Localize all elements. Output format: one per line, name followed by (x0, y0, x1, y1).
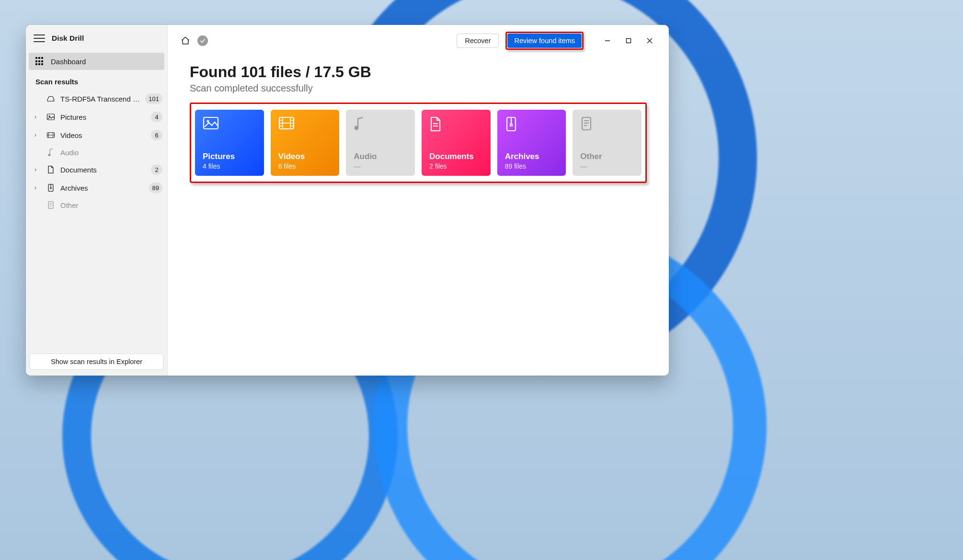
category-count: 2 files (429, 162, 483, 170)
sidebar-item-label: Audio (60, 149, 162, 157)
category-card-videos[interactable]: Videos 6 files (271, 110, 340, 176)
file-icon (580, 116, 634, 133)
sidebar-item-videos[interactable]: › Videos 6 (26, 126, 167, 144)
main-content: Found 101 files / 17.5 GB Scan completed… (168, 55, 669, 183)
close-button[interactable] (639, 34, 660, 48)
scan-complete-icon[interactable] (197, 35, 208, 46)
category-card-audio[interactable]: Audio — (346, 110, 415, 176)
chevron-right-icon: › (34, 132, 41, 138)
category-count: — (354, 162, 407, 170)
music-note-icon (354, 116, 407, 133)
menu-icon[interactable] (34, 33, 45, 44)
sidebar-item-label: Documents (60, 166, 146, 174)
categories-highlight: Pictures 4 files Videos 6 files (190, 103, 647, 183)
category-card-archives[interactable]: Archives 89 files (497, 110, 566, 176)
sidebar-item-archives[interactable]: › Archives 89 (26, 179, 167, 197)
app-window: Disk Drill Dashboard Scan results › TS-R… (26, 25, 669, 376)
sidebar: Disk Drill Dashboard Scan results › TS-R… (26, 25, 168, 376)
file-icon (46, 201, 56, 209)
svg-point-4 (48, 154, 50, 156)
svg-point-12 (355, 126, 359, 130)
svg-point-0 (53, 100, 54, 101)
dashboard-icon (35, 57, 44, 66)
category-card-documents[interactable]: Documents 2 files (422, 110, 491, 176)
review-button-highlight: Review found items (505, 32, 584, 50)
document-icon (429, 116, 483, 133)
page-subtitle: Scan completed successfully (190, 83, 647, 94)
drive-icon (46, 95, 56, 102)
sidebar-item-label: Pictures (60, 113, 146, 121)
app-title: Disk Drill (52, 34, 84, 43)
count-badge: 4 (151, 112, 162, 122)
category-title: Videos (278, 152, 332, 161)
category-title: Other (580, 152, 634, 161)
video-icon (46, 132, 56, 138)
chevron-right-icon: › (34, 184, 41, 191)
sidebar-item-pictures[interactable]: › Pictures 4 (26, 108, 167, 126)
review-found-items-button[interactable]: Review found items (507, 34, 582, 48)
count-badge: 2 (151, 164, 162, 175)
chevron-right-icon: › (34, 114, 41, 120)
category-card-other[interactable]: Other — (573, 110, 642, 176)
category-title: Archives (505, 152, 559, 161)
count-badge: 101 (145, 93, 162, 104)
page-title: Found 101 files / 17.5 GB (190, 63, 647, 81)
video-icon (278, 116, 332, 133)
archive-icon (46, 183, 56, 192)
image-icon (46, 113, 56, 121)
archive-icon (505, 116, 559, 133)
sidebar-item-label: Videos (60, 131, 146, 139)
count-badge: 6 (151, 130, 162, 140)
sidebar-header: Disk Drill (26, 25, 167, 50)
category-cards: Pictures 4 files Videos 6 files (195, 110, 642, 176)
sidebar-item-dashboard[interactable]: Dashboard (29, 53, 164, 70)
category-count: 4 files (203, 162, 256, 170)
sidebar-item-audio[interactable]: › Audio (26, 144, 167, 160)
sidebar-item-label: Other (60, 201, 162, 209)
count-badge: 89 (149, 183, 162, 193)
music-note-icon (46, 148, 56, 157)
window-controls (597, 34, 660, 48)
sidebar-footer: Show scan results in Explorer (26, 349, 167, 376)
document-icon (46, 165, 56, 174)
show-in-explorer-button[interactable]: Show scan results in Explorer (30, 354, 163, 370)
svg-rect-6 (50, 188, 51, 189)
main-panel: Recover Review found items Found 101 fil… (168, 25, 669, 376)
maximize-button[interactable] (618, 34, 639, 48)
category-count: 89 files (505, 162, 559, 170)
category-title: Pictures (203, 152, 256, 161)
chevron-right-icon: › (34, 166, 41, 173)
image-icon (203, 116, 256, 133)
category-count: — (580, 162, 634, 170)
svg-rect-14 (510, 124, 512, 126)
category-card-pictures[interactable]: Pictures 4 files (195, 110, 264, 176)
sidebar-item-label: TS-RDF5A Transcend US… (60, 95, 140, 103)
topbar: Recover Review found items (168, 25, 669, 55)
sidebar-item-device[interactable]: › TS-RDF5A Transcend US… 101 (26, 90, 167, 108)
svg-point-2 (49, 115, 50, 117)
minimize-button[interactable] (597, 34, 618, 48)
sidebar-item-label: Archives (60, 184, 144, 192)
category-title: Audio (354, 152, 407, 161)
sidebar-item-other[interactable]: › Other (26, 197, 167, 213)
sidebar-section-title: Scan results (26, 75, 167, 90)
category-count: 6 files (278, 162, 332, 170)
category-title: Documents (429, 152, 483, 161)
recover-button[interactable]: Recover (457, 34, 499, 48)
svg-rect-15 (582, 117, 591, 130)
sidebar-item-documents[interactable]: › Documents 2 (26, 160, 167, 179)
svg-rect-8 (627, 39, 631, 43)
home-icon[interactable] (180, 35, 191, 46)
dashboard-label: Dashboard (51, 57, 86, 66)
